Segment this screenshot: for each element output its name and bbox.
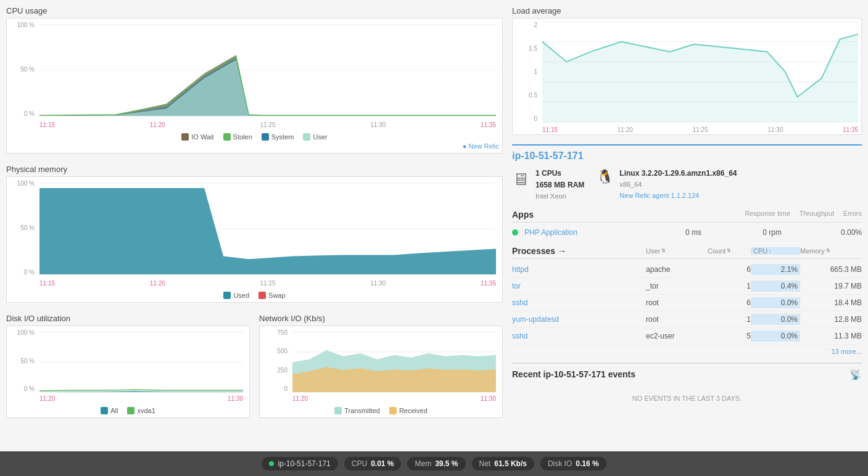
app-throughput: 0 rpm	[708, 228, 782, 237]
used-color	[223, 292, 231, 299]
app-row-php: PHP Application 0 ms 0 rpm 0.00%	[512, 226, 862, 239]
proc-count-yum: 1	[708, 315, 751, 324]
more-processes-link[interactable]: 13 more...	[512, 348, 862, 355]
svg-marker-19	[292, 367, 496, 392]
events-header: Recent ip-10-51-57-171 events 📡	[512, 369, 862, 380]
app-errors: 0.00%	[788, 228, 862, 237]
proc-user-sshd2: ec2-user	[646, 332, 708, 340]
proc-cpu-sshd1: 0.0%	[751, 297, 800, 308]
proc-row-httpd: httpd apache 6 2.1% 665.3 MB	[512, 261, 862, 278]
proc-name-yum[interactable]: yum-updatesd	[512, 315, 646, 324]
processes-header: Processes → User ⇅ Count ⇅ CPU ↓ Memory …	[512, 246, 862, 259]
events-empty: NO EVENTS IN THE LAST 3 DAYS.	[512, 385, 862, 411]
legend-all: All	[101, 407, 118, 414]
app-response-time: 0 ms	[627, 228, 701, 237]
legend-stolen: Stolen	[223, 133, 252, 141]
proc-cpu-yum: 0.0%	[751, 314, 800, 325]
host-name[interactable]: ip-10-51-57-171	[512, 150, 862, 162]
proc-count-sshd1: 6	[708, 298, 751, 307]
host-hardware-info: 🖥 1 CPUs 1658 MB RAM Intel Xeon	[512, 168, 584, 202]
proc-count-tor: 1	[708, 282, 751, 290]
new-relic-link[interactable]: ● New Relic	[10, 142, 499, 150]
processes-section: Processes → User ⇅ Count ⇅ CPU ↓ Memory …	[512, 246, 862, 355]
disk-io-title: Disk I/O utilization	[6, 314, 250, 323]
mem-legend: Used Swap	[10, 292, 499, 299]
svg-marker-13	[39, 391, 243, 392]
host-section: ip-10-51-57-171 🖥 1 CPUs 1658 MB RAM Int…	[512, 144, 862, 202]
stolen-color	[223, 133, 231, 141]
cpu-legend: IO Wait Stolen System User	[10, 133, 499, 141]
apps-title: Apps	[512, 210, 534, 220]
legend-system: System	[262, 133, 294, 141]
server-icon: 🖥	[512, 169, 529, 189]
disk-legend: All xvda1	[10, 407, 246, 414]
disk-io-section: Disk I/O utilization 100 % 50 % 0 %	[6, 314, 250, 418]
os-icon: 🐧	[597, 169, 613, 185]
proc-user-httpd: apache	[646, 265, 708, 274]
physical-memory-chart: 100 % 50 % 0 % 11:1	[6, 176, 503, 303]
proc-mem-sshd2: 11.3 MB	[800, 332, 862, 340]
proc-name-sshd2[interactable]: sshd	[512, 332, 646, 340]
proc-name-tor[interactable]: tor	[512, 282, 646, 290]
proc-mem-tor: 19.7 MB	[800, 282, 862, 290]
svg-marker-26	[542, 34, 858, 122]
io-wait-color	[181, 133, 189, 141]
app-name[interactable]: PHP Application	[524, 228, 621, 237]
app-status-dot	[512, 229, 518, 236]
proc-row-tor: tor _tor 1 0.4% 19.7 MB	[512, 278, 862, 295]
processes-title: Processes →	[512, 246, 566, 256]
bottom-charts: Disk I/O utilization 100 % 50 % 0 %	[6, 314, 503, 418]
mem-y-axis: 100 % 50 % 0 %	[10, 180, 38, 276]
proc-cpu-sshd2: 0.0%	[751, 330, 800, 342]
proc-user-tor: _tor	[646, 282, 708, 290]
user-color	[303, 133, 310, 141]
legend-user: User	[303, 133, 327, 141]
apps-col-headers: Response time Throughput Errors	[745, 210, 862, 220]
load-avg-title: Load average	[512, 6, 862, 15]
svg-marker-5	[39, 60, 496, 116]
host-cpus: 1 CPUs	[535, 168, 584, 179]
proc-mem-sshd1: 18.4 MB	[800, 298, 862, 307]
physical-memory-section: Physical memory 100 % 50 % 0 %	[6, 165, 503, 303]
used-label: Used	[233, 292, 249, 299]
system-color	[262, 133, 269, 141]
cpu-usage-chart: 100 % 50 % 0 %	[6, 18, 503, 154]
proc-name-httpd[interactable]: httpd	[512, 265, 646, 274]
cpu-usage-section: CPU usage 100 % 50 % 0 %	[6, 6, 503, 154]
host-ram: 1658 MB RAM	[535, 179, 584, 191]
events-title: Recent ip-10-51-57-171 events	[512, 369, 635, 379]
proc-user-sshd1: root	[646, 298, 708, 307]
host-info: 🖥 1 CPUs 1658 MB RAM Intel Xeon 🐧 Linux …	[512, 168, 862, 202]
proc-name-sshd1[interactable]: sshd	[512, 298, 646, 307]
legend-received: Received	[389, 407, 428, 414]
proc-row-yum: yum-updatesd root 1 0.0% 12.8 MB	[512, 311, 862, 328]
apps-header: Apps Response time Throughput Errors	[512, 210, 862, 223]
host-arch: x86_64	[619, 179, 737, 191]
host-agent: New Relic agent 1.1.2.124	[619, 191, 737, 202]
legend-io-wait: IO Wait	[181, 133, 213, 141]
proc-cpu-tor: 0.4%	[751, 281, 800, 292]
cpu-x-labels: 11:15 11:20 11:25 11:30 11:35	[39, 121, 496, 128]
legend-swap: Swap	[258, 292, 286, 299]
proc-row-sshd2: sshd ec2-user 5 0.0% 11.3 MB	[512, 328, 862, 345]
network-io-title: Network I/O (Kb/s)	[259, 314, 503, 323]
right-panel: Load average 2 1.5 1 0.5 0	[512, 6, 862, 418]
rss-icon[interactable]: 📡	[849, 369, 862, 380]
load-avg-chart: 2 1.5 1 0.5 0	[512, 18, 862, 135]
proc-mem-httpd: 665.3 MB	[800, 265, 862, 274]
physical-memory-title: Physical memory	[6, 165, 503, 174]
proc-mem-yum: 12.8 MB	[800, 315, 862, 324]
proc-row-sshd1: sshd root 6 0.0% 18.4 MB	[512, 295, 862, 311]
network-io-section: Network I/O (Kb/s) 750 500 250 0	[259, 314, 503, 418]
proc-col-headers: User ⇅ Count ⇅ CPU ↓ Memory ⇅	[646, 247, 862, 255]
proc-user-yum: root	[646, 315, 708, 324]
legend-transmitted: Transmitted	[334, 407, 380, 414]
network-legend: Transmitted Received	[263, 407, 499, 414]
events-section: Recent ip-10-51-57-171 events 📡 NO EVENT…	[512, 363, 862, 411]
svg-marker-3	[39, 55, 496, 116]
proc-cpu-httpd: 2.1%	[751, 264, 800, 275]
legend-used: Used	[223, 292, 249, 299]
legend-xvda1: xvda1	[127, 407, 155, 414]
proc-count-httpd: 6	[708, 265, 751, 274]
apps-section: Apps Response time Throughput Errors PHP…	[512, 210, 862, 239]
